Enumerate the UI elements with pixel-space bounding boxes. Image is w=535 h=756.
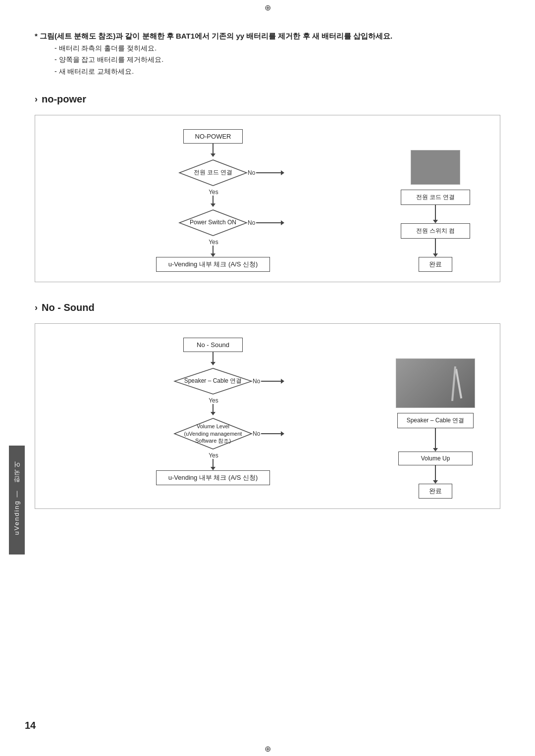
nosound-right-arrow2 — [433, 465, 438, 484]
v-line2 — [213, 196, 214, 203]
nopower-right-arrow2 — [433, 239, 438, 257]
nopower-start-box: NO-POWER — [183, 129, 243, 144]
nosound-diamond2-line1: Volume Level — [197, 423, 229, 429]
nosound-heading: › No - Sound — [35, 302, 500, 313]
nopower-flow-left: NO-POWER 전원 코드 연결 No — [45, 125, 381, 272]
yes-label-wrapper1: Yes — [208, 189, 218, 196]
nosound-yes-arrow1: Yes — [208, 397, 218, 415]
intro-sub2: - 양쪽을 잡고 배터리를 제거하세요. — [54, 54, 500, 66]
main-content: * 그림(세트 분해도 참조)과 같이 분해한 후 BAT1에서 기존의 yy … — [35, 30, 500, 529]
nopower-flow-right: 전원 코드 연결 전원 스위치 켬 완료 — [381, 125, 490, 272]
nosound-end-box: u-Vending 내부 체크 (A/S 신청) — [156, 470, 270, 485]
nosound-diamond2-line3: Software 참조) — [195, 438, 231, 444]
nopower-right-arrow1 — [433, 205, 438, 223]
sv-arrowhead3 — [211, 467, 215, 470]
nosound-yes-label-wrapper1: Yes — [208, 397, 218, 404]
nopower-right-box2: 전원 스위치 켬 — [401, 223, 470, 239]
nosound-flow-right: Speaker – Cable 연결 Volume Up 완료 — [381, 334, 490, 499]
rv-line1 — [435, 205, 436, 220]
h-arrowhead1 — [281, 170, 284, 175]
nosound-flowchart: No - Sound Speaker – Cable 연결 — [35, 323, 500, 509]
intro-sub3: - 새 배터리로 교체하세요. — [54, 66, 500, 78]
nosound-diamond2-text: Volume Level (uVending management Softwa… — [184, 423, 242, 444]
nopower-yes-arrow2: Yes — [208, 239, 218, 257]
nopower-diamond2: Power Switch ON — [178, 209, 248, 237]
nopower-end-box: u-Vending 내부 체크 (A/S 신청) — [156, 257, 270, 272]
nopower-heading-text: no-power — [42, 94, 86, 105]
nosound-right-box2: Volume Up — [398, 452, 473, 465]
sv-line3 — [213, 459, 214, 467]
v-line — [213, 144, 214, 153]
nopower-flowchart: NO-POWER 전원 코드 연결 No — [35, 115, 500, 282]
rv-line2 — [435, 239, 436, 253]
diamond1-row: 전원 코드 연결 No — [178, 157, 248, 189]
yes-label-wrapper2: Yes — [208, 239, 218, 246]
nopower-arrow1 — [211, 144, 215, 157]
nosound-no-label2: No — [253, 430, 260, 437]
nopower-right-box1: 전원 코드 연결 — [401, 190, 470, 205]
nosound-no-arrow2: No — [252, 430, 284, 437]
nosound-diamond1-text: Speaker – Cable 연결 — [184, 377, 242, 385]
nosound-flow-container: No - Sound Speaker – Cable 연결 — [45, 334, 490, 499]
yes-label1: Yes — [209, 189, 218, 196]
srv-arrowhead2 — [433, 480, 438, 484]
no-arrow1-row: No — [247, 169, 284, 176]
sv-line1 — [213, 352, 214, 362]
nosound-yes-label-wrapper2: Yes — [208, 452, 218, 459]
intro-main-text: * 그림(세트 분해도 참조)과 같이 분해한 후 BAT1에서 기존의 yy … — [35, 30, 500, 43]
sh-arrowhead1 — [281, 379, 284, 384]
nopower-image — [411, 150, 460, 185]
v-arrowhead3 — [211, 253, 215, 257]
nopower-diamond2-text: Power Switch ON — [190, 219, 236, 227]
nopower-yes-arrow1: Yes — [208, 189, 218, 207]
nopower-right-end: 완료 — [419, 257, 452, 272]
page-number: 14 — [25, 720, 36, 731]
nopower-heading: › no-power — [35, 94, 500, 105]
nosound-diamond1-row: Speaker – Cable 연결 No — [173, 365, 253, 397]
srv-line2 — [435, 465, 436, 480]
no-label2: No — [248, 219, 255, 226]
nopower-diamond1: 전원 코드 연결 — [178, 159, 248, 187]
sv-arrowhead1 — [211, 362, 215, 365]
intro-block: * 그림(세트 분해도 참조)과 같이 분해한 후 BAT1에서 기존의 yy … — [35, 30, 500, 78]
v-arrowhead2 — [211, 203, 215, 207]
srv-arrowhead1 — [433, 448, 438, 452]
srv-line1 — [435, 428, 436, 448]
side-tab-text: uVending — 한국어 — [12, 465, 21, 535]
nosound-image — [396, 358, 475, 408]
rv-arrowhead1 — [433, 220, 438, 223]
rv-arrowhead2 — [433, 253, 438, 257]
nosound-heading-text: No - Sound — [42, 302, 95, 313]
yes-label2: Yes — [209, 239, 218, 246]
nosound-flow-left: No - Sound Speaker – Cable 연결 — [45, 334, 381, 499]
chevron-icon2: › — [35, 302, 38, 313]
nosound-right-end: 완료 — [419, 484, 452, 499]
nosound-diamond1: Speaker – Cable 연결 — [173, 367, 253, 395]
h-arrowhead2 — [281, 220, 284, 225]
no-arrow2-row: No — [247, 219, 284, 226]
h-line1 — [256, 172, 281, 173]
chevron-icon: › — [35, 94, 38, 104]
nopower-flow-container: NO-POWER 전원 코드 연결 No — [45, 125, 490, 272]
sv-line2 — [213, 404, 214, 412]
nosound-section: › No - Sound No - Sound — [35, 302, 500, 509]
nosound-diamond2: Volume Level (uVending management Softwa… — [173, 417, 253, 450]
reg-mark-right — [523, 374, 532, 383]
nosound-right-arrow1 — [433, 428, 438, 452]
side-tab: uVending — 한국어 — [9, 446, 25, 554]
nosound-diamond2-row: Volume Level (uVending management Softwa… — [173, 415, 253, 452]
nosound-yes-arrow2: Yes — [208, 452, 218, 470]
nosound-yes-label2: Yes — [209, 452, 218, 459]
no-label1: No — [248, 169, 255, 176]
intro-sub1: - 배터리 좌측의 홀더를 젖히세요. — [54, 43, 500, 54]
reg-mark-top: ⊕ — [263, 3, 272, 12]
reg-mark-left — [3, 374, 12, 383]
sv-arrowhead2 — [211, 412, 215, 415]
nosound-no-label1: No — [253, 378, 260, 385]
nosound-arrow1 — [211, 352, 215, 365]
nopower-diamond1-text: 전원 코드 연결 — [194, 169, 233, 177]
sh-line1 — [261, 381, 281, 382]
nosound-no-arrow1: No — [252, 378, 284, 385]
nosound-diamond2-line2: (uVending management — [184, 431, 242, 437]
v-line3 — [213, 246, 214, 253]
